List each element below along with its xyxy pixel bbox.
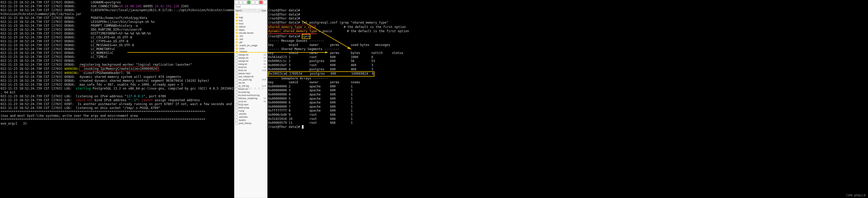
file-name: xiang1.txt <box>238 56 263 59</box>
file-row[interactable]: .pwd_history <box>235 122 267 125</box>
sem-row: 0x00000000 5 apache 600 1 <box>268 97 867 101</box>
file-size: 94 <box>264 53 266 56</box>
file-size: 94 <box>264 60 266 62</box>
file-size: 64 <box>264 97 266 100</box>
file-row[interactable]: res.txt <box>235 81 267 84</box>
file-row[interactable]: ks-post-nochroot.log <box>235 94 267 97</box>
log-line: 022-11-23 18:52:24.730 CST [2763] DEBUG: <box>1 59 234 63</box>
file-name: data1 <box>239 29 266 31</box>
file-name: vscode-server <box>239 32 266 34</box>
file-name: xiang2.txt <box>238 53 263 56</box>
settings-icon[interactable] <box>263 1 267 4</box>
home-icon[interactable] <box>251 1 255 4</box>
file-row[interactable]: .. <box>235 13 267 16</box>
file-icon <box>236 119 238 121</box>
file-icon <box>236 113 238 115</box>
sem-row: 0x31415926 10 root 666 1 <box>268 117 867 121</box>
file-name: .. <box>239 13 266 15</box>
log-line: ****************************************… <box>1 110 234 114</box>
file-row[interactable]: .vieminfo <box>235 116 267 119</box>
file-row[interactable]: .oracle_jre_usage <box>235 44 267 47</box>
shm-row: 0x000019af 3 root 600 460 3 <box>268 63 867 68</box>
file-name: 4.png <box>238 110 266 112</box>
file-name: .bashrc <box>238 119 266 121</box>
file-row[interactable]: .ssh <box>235 38 267 41</box>
log-line: 022-11-23 18:52:24.739 CST [2763] LOG: l… <box>1 94 234 98</box>
file-toolbar <box>235 0 267 5</box>
file-size: 80 <box>264 100 266 103</box>
log-line: 022-11-23 18:52:24.730 CST [2763] DEBUG:… <box>1 39 234 43</box>
folder-icon <box>236 23 238 25</box>
folder-icon <box>236 41 238 43</box>
log-line: 022-11-23 18:52:24.730 CST [2763] DEBUG:… <box>1 32 234 36</box>
file-row[interactable]: reboot <box>235 25 267 28</box>
sem-row: 0x00000000 2 apache 600 1 <box>268 85 867 89</box>
file-row[interactable]: .bashrc <box>235 119 267 122</box>
file-row[interactable]: data1 <box>235 28 267 31</box>
file-name: .viminfo <box>238 113 266 115</box>
shm-row: 0x00000000 4 postgres 600 460 3 <box>268 68 867 72</box>
file-name: ks-post-nochroot.log <box>238 94 266 96</box>
file-row[interactable]: test2.txt84 <box>235 66 267 69</box>
file-row[interactable]: .pki <box>235 41 267 44</box>
log-line: 022-11-23 18:52:24.730 CST [2763] DEBUG:… <box>1 51 234 55</box>
file-row[interactable]: 8080.pcap <box>235 106 267 109</box>
sem-row: 0x00000000 3 apache 600 1 <box>268 88 867 93</box>
file-name: logs <box>239 16 266 19</box>
shm-row: 0x00002c1c 2 postgres 600 56 53 <box>268 59 867 63</box>
cols: key msqid owner perms used-bytes message… <box>268 43 867 47</box>
file-row[interactable]: xiang.txt84 <box>235 63 267 66</box>
back-icon[interactable] <box>235 1 239 4</box>
sem-row: 0x00000000 6 apache 600 1 <box>268 101 867 105</box>
file-row[interactable]: xiang2.txt94 <box>235 53 267 56</box>
file-row[interactable]: .helpMn <box>235 50 267 53</box>
file-icon <box>236 78 238 81</box>
file-row[interactable]: ssd_mkpart.sh <box>235 75 267 78</box>
file-row[interactable]: ks-post.log <box>235 90 267 94</box>
find-icon[interactable] <box>255 1 259 4</box>
sem-row: 0x00000000 4 apache 600 1 <box>268 93 867 97</box>
log-line: 022-11-23 18:52:24.739 CST [2763] LOG: c… <box>1 98 234 102</box>
file-name: 8080.pcap <box>238 107 266 109</box>
file-row[interactable]: xiang3.txt94 <box>235 60 267 63</box>
log-line: 022-11-23 18:52:24.730 CST [2763] DEBUG:… <box>1 1 234 4</box>
file-icon <box>236 53 238 56</box>
file-row[interactable]: taiwan.mp4 <box>235 72 267 75</box>
log-line: ave_argc[ 3] <box>1 122 234 126</box>
log-line: 022-11-23 18:52:24.730 CST [2763] DEBUG:… <box>1 24 234 28</box>
file-row[interactable]: vscode-server <box>235 31 267 35</box>
cols: key shmid owner perms bytes nattch statu… <box>268 51 867 55</box>
refresh-icon[interactable] <box>247 1 251 4</box>
folder-icon <box>236 44 238 46</box>
file-row[interactable]: .vim <box>235 35 267 38</box>
file-row[interactable]: logs <box>235 16 267 19</box>
file-row[interactable]: .kube <box>235 47 267 50</box>
file-row[interactable]: hikcstor_install.log64 <box>235 97 267 100</box>
file-name: test1.txt <box>238 69 261 72</box>
log-line: 022-11-23 18:52:24.730 CST [2763] DEBUG:… <box>1 4 234 8</box>
section-header: ------ Semaphore Arrays -------- <box>268 77 867 81</box>
left-terminal[interactable]: 022-11-23 18:52:24.730 CST [2763] DEBUG:… <box>0 0 234 198</box>
file-icon <box>236 63 238 66</box>
file-icon <box>236 60 238 62</box>
file-row[interactable]: .viminfo <box>235 112 267 116</box>
sem-row: 0x00060579 11 root 666 1 <box>268 121 867 125</box>
file-row[interactable]: xiang1.txt84 <box>235 56 267 60</box>
forward-icon[interactable] <box>239 1 243 4</box>
new-icon[interactable] <box>259 1 263 4</box>
up-icon[interactable] <box>243 1 247 4</box>
file-name: hikcstor_install.log <box>238 97 263 100</box>
file-name: res.txt <box>238 81 266 84</box>
file-row[interactable]: boot <box>235 22 267 25</box>
file-row[interactable]: 4.png <box>235 109 267 112</box>
log-line: 022-11-23 18:52:24.730 CST [2763] DEBUG:… <box>1 16 234 20</box>
file-row[interactable]: tool <box>235 19 267 22</box>
file-size: 84 <box>264 56 266 59</box>
file-icon <box>236 69 238 72</box>
file-row[interactable]: test1.txt1KB <box>235 69 267 72</box>
right-terminal[interactable]: [root@Thor data]#[root@Thor data]#[root@… <box>268 0 868 198</box>
file-row[interactable]: run_pack.log3KB <box>235 78 267 81</box>
log-line: 022-11-23 18:52:24.730 CST [2763] WARNIN… <box>1 67 234 71</box>
file-name: .ssh <box>239 38 266 40</box>
file-name: .pwd_history <box>238 122 266 125</box>
